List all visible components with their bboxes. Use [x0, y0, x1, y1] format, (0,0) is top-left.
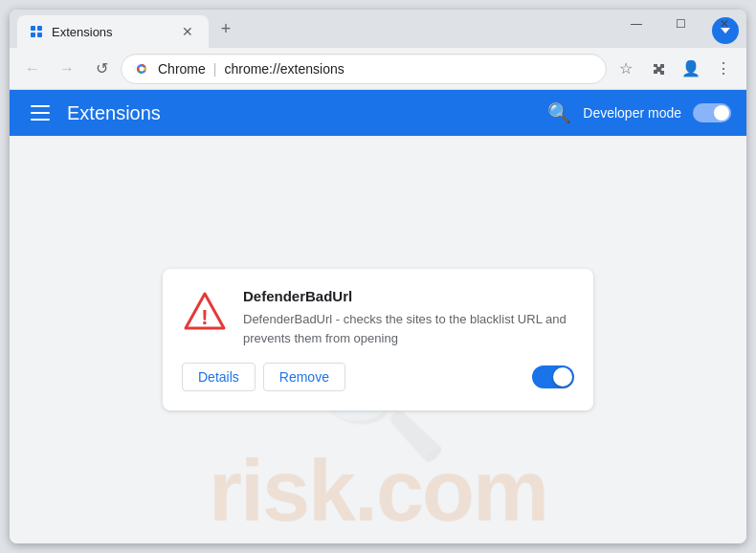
extension-description: DefenderBadUrl - checks the sites to the…	[243, 310, 574, 347]
active-tab[interactable]: Extensions ✕	[17, 15, 209, 48]
bookmark-button[interactable]: ☆	[611, 54, 641, 84]
nav-right-buttons: ☆ 👤 ⋮	[611, 54, 739, 84]
url-divider: |	[213, 61, 217, 77]
menu-button[interactable]: ⋮	[708, 54, 739, 84]
card-footer: Details Remove	[182, 363, 574, 391]
extensions-search-button[interactable]: 🔍	[547, 101, 571, 124]
extensions-puzzle-icon	[650, 60, 667, 77]
remove-button[interactable]: Remove	[263, 363, 345, 391]
extensions-page-title: Extensions	[67, 102, 536, 124]
svg-text:!: !	[201, 305, 208, 329]
extensions-toolbar-right: 🔍 Developer mode	[547, 101, 731, 124]
nav-bar: ← → ↺ Chrome | chrome://extensions	[10, 48, 746, 90]
site-name: Chrome	[158, 61, 206, 77]
developer-mode-label: Developer mode	[583, 105, 681, 121]
extension-toggle[interactable]	[532, 365, 574, 388]
hamburger-line	[31, 105, 50, 107]
close-button[interactable]: ✕	[702, 10, 746, 38]
card-header: ! DefenderBadUrl DefenderBadUrl - checks…	[182, 288, 574, 347]
refresh-button[interactable]: ↺	[86, 54, 117, 84]
details-button[interactable]: Details	[182, 363, 256, 391]
chrome-icon	[133, 60, 150, 77]
forward-button[interactable]: →	[52, 54, 82, 84]
new-tab-button[interactable]: +	[212, 15, 239, 42]
hamburger-line	[31, 119, 50, 121]
extensions-button[interactable]	[643, 54, 674, 84]
hamburger-menu-button[interactable]	[25, 98, 56, 128]
watermark-text: risk.com	[209, 448, 547, 534]
back-icon: ←	[25, 60, 40, 77]
extensions-header-bar: Extensions 🔍 Developer mode	[10, 90, 746, 136]
back-button[interactable]: ←	[17, 54, 48, 84]
url-text: chrome://extensions	[224, 61, 594, 77]
extension-info: DefenderBadUrl DefenderBadUrl - checks t…	[243, 288, 574, 347]
minimize-button[interactable]: —	[614, 10, 658, 38]
window-controls: — ☐ ✕	[614, 10, 746, 38]
main-content: 🔍 risk.com ! DefenderBadUrl DefenderBadU…	[10, 136, 746, 543]
menu-dots-icon: ⋮	[716, 59, 731, 77]
tab-extension-icon	[29, 24, 44, 39]
tab-title-text: Extensions	[52, 25, 170, 39]
svg-rect-1	[37, 26, 42, 31]
bookmark-icon: ☆	[619, 59, 633, 77]
warning-triangle-icon: !	[182, 288, 228, 334]
developer-mode-toggle[interactable]	[693, 103, 731, 122]
svg-rect-3	[37, 33, 42, 37]
svg-rect-2	[31, 33, 35, 37]
extension-name: DefenderBadUrl	[243, 288, 574, 304]
hamburger-line	[31, 112, 50, 114]
address-bar[interactable]: Chrome | chrome://extensions	[121, 54, 607, 84]
refresh-icon: ↺	[96, 59, 108, 77]
profile-icon: 👤	[681, 59, 700, 77]
title-bar: Extensions ✕ + — ☐ ✕	[10, 10, 746, 48]
svg-point-6	[140, 66, 145, 71]
maximize-button[interactable]: ☐	[658, 10, 702, 38]
browser-window: Extensions ✕ + — ☐ ✕ ← → ↺	[10, 10, 746, 543]
tab-close-button[interactable]: ✕	[178, 22, 197, 41]
extension-card: ! DefenderBadUrl DefenderBadUrl - checks…	[163, 269, 593, 410]
forward-icon: →	[59, 60, 75, 77]
svg-rect-0	[31, 26, 35, 31]
profile-button[interactable]: 👤	[676, 54, 706, 84]
